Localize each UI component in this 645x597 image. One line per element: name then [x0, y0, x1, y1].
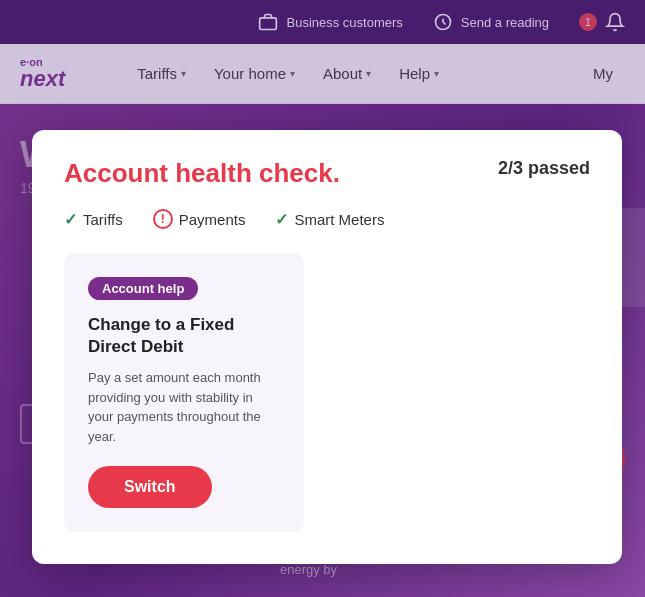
health-check-modal: Account health check. 2/3 passed ✓ Tarif… — [32, 130, 622, 564]
check-smart-meters-label: Smart Meters — [294, 211, 384, 228]
modal-checks: ✓ Tariffs ! Payments ✓ Smart Meters — [64, 209, 590, 229]
check-payments-label: Payments — [179, 211, 246, 228]
card-description: Pay a set amount each month providing yo… — [88, 368, 280, 446]
modal-title: Account health check. — [64, 158, 340, 189]
check-pass-icon-2: ✓ — [275, 210, 288, 229]
check-pass-icon: ✓ — [64, 210, 77, 229]
modal-header: Account health check. 2/3 passed — [64, 158, 590, 189]
check-tariffs: ✓ Tariffs — [64, 210, 123, 229]
card-title: Change to a Fixed Direct Debit — [88, 314, 280, 358]
card-tag: Account help — [88, 277, 198, 300]
modal-score: 2/3 passed — [498, 158, 590, 179]
account-help-card: Account help Change to a Fixed Direct De… — [64, 253, 304, 532]
check-warn-icon: ! — [153, 209, 173, 229]
check-payments: ! Payments — [153, 209, 246, 229]
check-tariffs-label: Tariffs — [83, 211, 123, 228]
check-smart-meters: ✓ Smart Meters — [275, 210, 384, 229]
switch-button[interactable]: Switch — [88, 466, 212, 508]
